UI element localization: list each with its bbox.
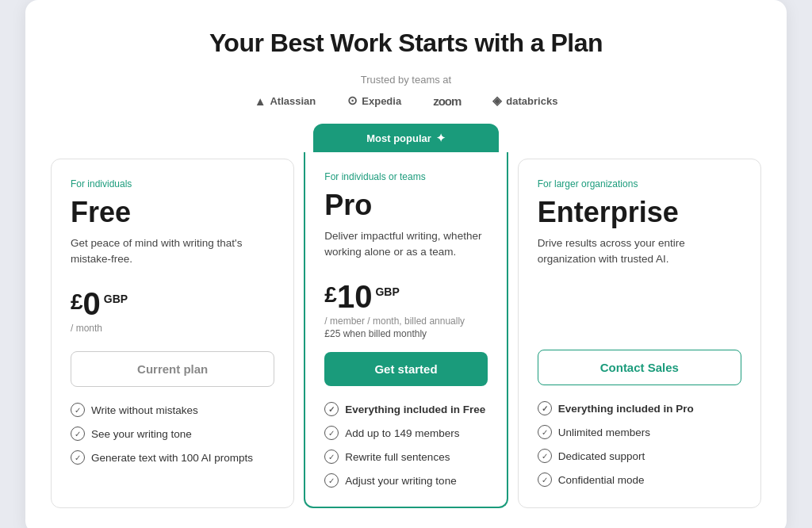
check-icon: ✓: [71, 403, 85, 417]
check-icon: ✓: [538, 401, 552, 415]
enterprise-features: ✓ Everything included in Pro ✓ Unlimited…: [538, 401, 741, 487]
pro-price-row: £ 10 GBP: [324, 281, 487, 312]
pro-feature-3: ✓ Rewrite full sentences: [324, 450, 487, 464]
check-icon: ✓: [538, 425, 552, 439]
popular-badge: Most popular ✦: [313, 124, 498, 152]
logo-zoom: zoom: [433, 94, 461, 108]
pro-description: Deliver impactful writing, whether worki…: [324, 228, 487, 266]
free-name: Free: [71, 196, 274, 229]
check-icon: ✓: [538, 449, 552, 463]
free-amount: 0: [83, 288, 101, 319]
check-icon: ✓: [324, 450, 339, 464]
free-currency: £: [71, 289, 83, 315]
enterprise-name: Enterprise: [538, 196, 741, 229]
check-icon: ✓: [324, 426, 339, 440]
pro-feature-1: ✓ Everything included in Free: [324, 402, 487, 416]
free-period: / month: [71, 323, 274, 334]
check-icon: ✓: [71, 427, 85, 441]
pro-audience: For individuals or teams: [324, 171, 487, 182]
free-feature-1: ✓ Write without mistakes: [71, 403, 274, 417]
trusted-label: Trusted by teams at: [51, 74, 761, 86]
atlassian-icon: ▲: [255, 94, 266, 108]
check-icon: ✓: [538, 473, 552, 487]
free-feature-3: ✓ Generate text with 100 AI prompts: [71, 450, 274, 465]
pro-name: Pro: [324, 189, 487, 222]
free-price-row: £ 0 GBP: [71, 288, 274, 319]
pro-monthly: £25 when billed monthly: [324, 328, 487, 339]
enterprise-feature-4: ✓ Confidential mode: [538, 473, 741, 487]
pro-amount: 10: [337, 281, 373, 312]
free-feature-2: ✓ See your writing tone: [71, 427, 274, 441]
trusted-logos: ▲ Atlassian ⊙ Expedia zoom ◈ databricks: [51, 94, 761, 108]
logo-expedia: ⊙ Expedia: [347, 94, 401, 108]
free-audience: For individuals: [71, 178, 274, 189]
expedia-icon: ⊙: [347, 94, 358, 108]
free-suffix: GBP: [104, 293, 128, 305]
pro-suffix: GBP: [375, 285, 399, 298]
databricks-icon: ◈: [492, 94, 502, 108]
pro-period: / member / month, billed annually: [324, 316, 487, 327]
pro-feature-2: ✓ Add up to 149 members: [324, 426, 487, 440]
pro-feature-4: ✓ Adjust your writing tone: [324, 473, 487, 488]
pro-currency: £: [324, 282, 337, 308]
star-icon: ✦: [436, 132, 446, 144]
logo-databricks: ◈ databricks: [492, 94, 557, 108]
plan-free: For individuals Free Get peace of mind w…: [51, 159, 294, 508]
logo-atlassian: ▲ Atlassian: [255, 94, 316, 108]
pricing-card: Your Best Work Starts with a Plan Truste…: [25, 0, 787, 528]
free-features: ✓ Write without mistakes ✓ See your writ…: [71, 403, 274, 465]
check-icon: ✓: [71, 450, 85, 465]
enterprise-audience: For larger organizations: [538, 178, 741, 189]
page-title: Your Best Work Starts with a Plan: [51, 29, 761, 58]
enterprise-cta-button[interactable]: Contact Sales: [538, 350, 741, 385]
pro-features: ✓ Everything included in Free ✓ Add up t…: [324, 402, 487, 488]
free-cta-button[interactable]: Current plan: [71, 351, 274, 387]
check-icon: ✓: [324, 473, 339, 488]
check-icon: ✓: [324, 402, 339, 416]
enterprise-description: Drive results across your entire organiz…: [538, 235, 741, 274]
plan-pro: For individuals or teams Pro Deliver imp…: [304, 152, 508, 508]
enterprise-feature-2: ✓ Unlimited members: [538, 425, 741, 439]
trusted-section: Trusted by teams at ▲ Atlassian ⊙ Expedi…: [51, 74, 761, 108]
pro-cta-button[interactable]: Get started: [324, 352, 487, 386]
enterprise-feature-1: ✓ Everything included in Pro: [538, 401, 741, 415]
plan-enterprise: For larger organizations Enterprise Driv…: [518, 159, 761, 508]
enterprise-feature-3: ✓ Dedicated support: [538, 449, 741, 463]
free-description: Get peace of mind with writing that's mi…: [71, 235, 274, 274]
